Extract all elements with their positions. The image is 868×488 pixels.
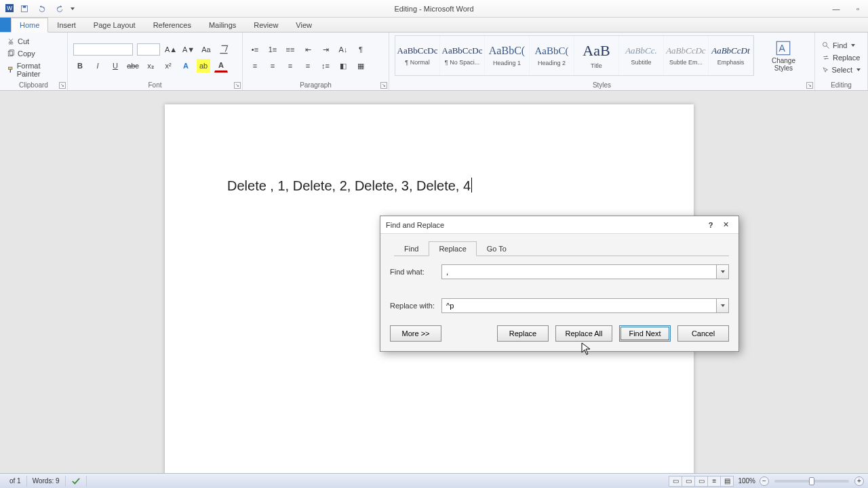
svg-rect-3: [23, 5, 26, 7]
svg-rect-6: [9, 67, 12, 69]
tab-home[interactable]: Home: [11, 18, 48, 33]
zoom-percent[interactable]: 100%: [734, 477, 760, 485]
tab-references[interactable]: References: [144, 18, 200, 32]
titlebar: W Editing - Microsoft Word — ▫: [0, 0, 868, 18]
file-tab[interactable]: [0, 17, 11, 32]
font-name-input[interactable]: [73, 43, 133, 56]
replace-one-button[interactable]: Replace: [497, 325, 549, 342]
style-heading-1[interactable]: AaBbC(Heading 1: [485, 36, 530, 75]
help-icon[interactable]: ?: [703, 219, 718, 231]
clear-formatting-icon[interactable]: [217, 43, 231, 56]
change-styles-label: Change Styles: [762, 57, 805, 72]
font-size-input[interactable]: [137, 43, 160, 56]
replace-all-button[interactable]: Replace All: [555, 325, 612, 342]
find-what-label: Find what:: [390, 268, 441, 276]
font-color-icon[interactable]: A: [214, 59, 228, 73]
find-what-input[interactable]: [442, 265, 716, 279]
dialog-tab-find[interactable]: Find: [394, 241, 429, 256]
qat-more-icon[interactable]: [71, 7, 75, 10]
sort-icon[interactable]: A↓: [336, 43, 350, 56]
numbering-icon[interactable]: 1≡: [266, 43, 279, 56]
zoom-in-icon[interactable]: +: [854, 476, 864, 486]
style-heading-2[interactable]: AaBbC(Heading 2: [530, 36, 574, 75]
style-subtitle[interactable]: AaBbCc.Subtitle: [619, 36, 664, 75]
zoom-slider[interactable]: [774, 480, 849, 483]
shading-icon[interactable]: ◧: [336, 59, 350, 73]
maximize-icon[interactable]: ▫: [853, 4, 863, 14]
find-button[interactable]: Find: [821, 41, 862, 50]
tab-review[interactable]: Review: [245, 18, 287, 32]
bold-icon[interactable]: B: [73, 59, 87, 73]
tab-mailings[interactable]: Mailings: [200, 18, 245, 32]
view-outline-icon[interactable]: ≡: [707, 476, 721, 487]
clipboard-launcher-icon[interactable]: ↘: [59, 82, 66, 89]
view-draft-icon[interactable]: ▤: [720, 476, 734, 487]
bullets-icon[interactable]: •≡: [248, 43, 262, 56]
decrease-indent-icon[interactable]: ⇤: [301, 43, 315, 56]
line-spacing-icon[interactable]: ↕≡: [319, 59, 332, 73]
italic-icon[interactable]: I: [91, 59, 104, 73]
align-left-icon[interactable]: ≡: [248, 59, 262, 73]
select-dropdown-icon[interactable]: [856, 68, 861, 71]
dialog-titlebar[interactable]: Find and Replace ? ✕: [380, 216, 738, 234]
word-count[interactable]: Words: 9: [27, 476, 66, 487]
minimize-icon[interactable]: —: [831, 4, 841, 14]
save-icon[interactable]: [18, 2, 31, 16]
style-normal[interactable]: AaBbCcDc¶ Normal: [395, 36, 440, 75]
zoom-thumb[interactable]: [809, 477, 814, 485]
format-painter-button[interactable]: Format Painter: [5, 61, 62, 79]
select-button[interactable]: Select: [821, 65, 862, 75]
find-dropdown-icon[interactable]: [851, 44, 855, 47]
change-case-icon[interactable]: Aa: [199, 43, 213, 56]
replace-button[interactable]: Replace: [821, 53, 862, 62]
cancel-button[interactable]: Cancel: [677, 325, 729, 342]
tab-view[interactable]: View: [287, 18, 321, 32]
undo-icon[interactable]: [35, 2, 49, 16]
style-title[interactable]: AaBTitle: [574, 36, 619, 75]
style-subtle-emphasis[interactable]: AaBbCcDcSubtle Em...: [664, 36, 709, 75]
proofing-icon[interactable]: [66, 476, 87, 487]
text-effects-icon[interactable]: A: [179, 59, 193, 73]
group-label-font: Font: [73, 80, 237, 89]
copy-button[interactable]: Copy: [5, 49, 62, 58]
change-styles-button[interactable]: A Change Styles: [758, 35, 809, 76]
find-next-button[interactable]: Find Next: [619, 325, 671, 342]
view-web-layout-icon[interactable]: ▭: [694, 476, 708, 487]
underline-icon[interactable]: U: [108, 59, 122, 73]
paragraph-launcher-icon[interactable]: ↘: [380, 82, 387, 89]
dialog-tab-replace[interactable]: Replace: [429, 241, 476, 256]
font-launcher-icon[interactable]: ↘: [234, 82, 241, 89]
highlight-icon[interactable]: ab: [197, 59, 210, 73]
strikethrough-icon[interactable]: abc: [126, 59, 140, 73]
styles-gallery[interactable]: AaBbCcDc¶ Normal AaBbCcDc¶ No Spaci... A…: [395, 35, 754, 76]
superscript-icon[interactable]: x²: [161, 59, 175, 73]
view-full-screen-icon[interactable]: ▭: [682, 476, 695, 487]
redo-icon[interactable]: [53, 2, 66, 16]
style-emphasis[interactable]: AaBbCcDtEmphasis: [709, 36, 753, 75]
shrink-font-icon[interactable]: A▼: [182, 43, 195, 56]
find-what-dropdown-icon[interactable]: [716, 265, 728, 279]
borders-icon[interactable]: ▦: [354, 59, 368, 73]
replace-with-dropdown-icon[interactable]: [716, 299, 728, 312]
more-button[interactable]: More >>: [390, 325, 441, 342]
replace-with-input[interactable]: [442, 299, 716, 312]
align-center-icon[interactable]: ≡: [266, 59, 279, 73]
justify-icon[interactable]: ≡: [301, 59, 315, 73]
subscript-icon[interactable]: x₂: [144, 59, 157, 73]
paragraph-marks-icon[interactable]: ¶: [354, 43, 368, 56]
tab-insert[interactable]: Insert: [48, 18, 85, 32]
align-right-icon[interactable]: ≡: [283, 59, 297, 73]
page-indicator[interactable]: of 1: [4, 476, 27, 487]
grow-font-icon[interactable]: A▲: [164, 43, 178, 56]
multilevel-icon[interactable]: ≡≡: [283, 43, 297, 56]
cut-button[interactable]: Cut: [5, 37, 62, 46]
view-print-layout-icon[interactable]: ▭: [669, 476, 682, 487]
zoom-out-icon[interactable]: −: [760, 476, 769, 486]
style-no-spacing[interactable]: AaBbCcDc¶ No Spaci...: [440, 36, 485, 75]
dialog-tab-goto[interactable]: Go To: [477, 241, 517, 256]
styles-launcher-icon[interactable]: ↘: [806, 82, 813, 89]
document-text[interactable]: Delete , 1, Delete, 2, Delete, 3, Delete…: [227, 178, 471, 193]
tab-page-layout[interactable]: Page Layout: [85, 18, 144, 32]
close-icon[interactable]: ✕: [718, 219, 733, 231]
increase-indent-icon[interactable]: ⇥: [319, 43, 332, 56]
